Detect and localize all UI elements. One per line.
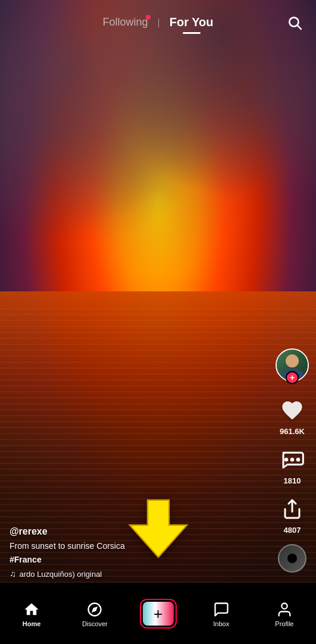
nav-tabs: Following | For You [12,11,304,34]
bottom-navigation: Home Discover Inbox Profile [0,585,316,644]
creator-avatar[interactable]: + [276,348,309,382]
follow-plus-button[interactable]: + [286,371,299,384]
top-navigation: Following | For You [0,0,316,45]
discover-icon [86,601,103,618]
inbox-nav-item[interactable]: Inbox [190,585,253,638]
like-button[interactable]: 961.6K [278,396,306,436]
comment-icon [280,448,304,472]
video-info: @rerexe From sunset to sunrise Corsica #… [10,526,268,579]
comment-count: 1810 [284,476,301,485]
search-button[interactable] [283,11,306,34]
svg-marker-8 [92,607,98,612]
music-info[interactable]: ♫ ardo Luzquiños) original [10,569,268,579]
profile-nav-label: Profile [275,620,293,627]
svg-point-9 [281,604,287,609]
music-note-icon: ♫ [10,569,16,579]
svg-point-4 [296,458,301,462]
following-label: Following [103,16,148,28]
comment-icon-container [278,445,306,474]
share-icon-container [278,495,306,523]
create-button[interactable] [143,602,174,626]
profile-nav-item[interactable]: Profile [253,585,316,638]
share-icon [281,498,303,520]
home-nav-label: Home [23,620,41,627]
music-disc[interactable] [278,544,306,573]
profile-icon [276,601,293,618]
comment-button[interactable]: 1810 [278,445,306,485]
notification-dot [146,15,151,20]
search-icon [287,15,302,30]
like-count: 961.6K [280,427,305,436]
foryou-tab[interactable]: For You [162,11,221,34]
discover-nav-item[interactable]: Discover [63,585,126,638]
create-button-wrapper[interactable] [140,599,177,629]
right-actions: + 961.6K 1810 [276,348,309,573]
foryou-label: For You [170,15,214,29]
music-text: ardo Luzquiños) original [20,570,102,579]
share-button[interactable]: 4807 [278,495,306,535]
following-tab[interactable]: Following [96,11,155,33]
nav-separator: | [158,17,160,28]
share-count: 4807 [284,526,301,535]
svg-point-2 [284,458,289,462]
like-icon-container [278,396,306,425]
creator-username[interactable]: @rerexe [10,526,268,537]
svg-point-3 [290,458,295,462]
home-nav-item[interactable]: Home [0,585,63,638]
discover-nav-label: Discover [82,620,108,627]
video-description: From sunset to sunrise Corsica [10,541,268,552]
video-hashtag[interactable]: #France [10,555,268,564]
music-disc-inner [287,554,297,563]
create-nav-item[interactable] [126,585,189,638]
home-icon [23,601,40,618]
inbox-icon [213,601,230,618]
svg-line-1 [298,25,301,29]
heart-icon [280,398,304,422]
inbox-nav-label: Inbox [213,620,229,627]
video-background [0,0,316,583]
